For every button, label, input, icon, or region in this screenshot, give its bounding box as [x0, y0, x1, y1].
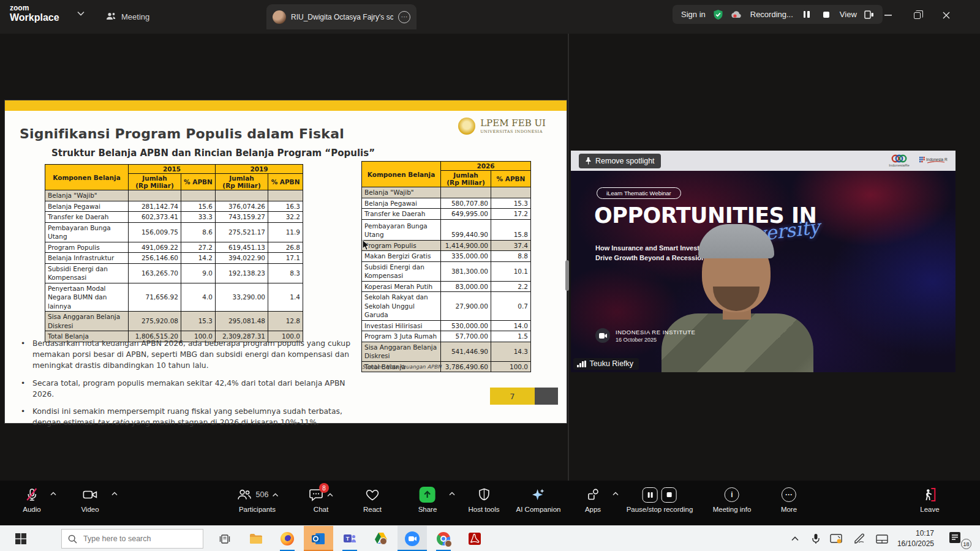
- search-icon: [68, 534, 77, 544]
- google-drive-button[interactable]: [366, 526, 396, 551]
- acrobat-button[interactable]: [460, 526, 489, 551]
- row-value: 33,290.00: [216, 283, 268, 312]
- host-tools-button[interactable]: Host tools: [468, 487, 499, 513]
- react-button[interactable]: React: [363, 487, 382, 513]
- maximize-button[interactable]: [907, 6, 927, 24]
- file-explorer-button[interactable]: [241, 526, 271, 551]
- row-value: 14.2: [181, 253, 216, 264]
- audio-button[interactable]: Audio: [23, 487, 40, 513]
- share-button[interactable]: Share: [418, 487, 437, 513]
- table-row: Transfer ke Daerah649,995.0017.2: [362, 209, 531, 220]
- row-value: 163,265.70: [129, 263, 181, 283]
- minimize-button[interactable]: [878, 6, 899, 24]
- webinar-date: 16 October 2025: [616, 337, 695, 343]
- indonesia-re-logo-text: IndonesiaRe: [889, 163, 910, 168]
- bullet-item: •Kondisi ini semakin mempersempit ruang …: [21, 406, 356, 428]
- participants-button[interactable]: 506 Participants: [236, 487, 279, 513]
- tray-touchpad-icon[interactable]: [873, 526, 891, 551]
- task-view-button[interactable]: [210, 526, 239, 551]
- outlook-button[interactable]: [304, 526, 333, 551]
- row-value: [129, 190, 181, 201]
- webinar-logos: IndonesiaRe Indonesia Re: [889, 154, 948, 168]
- meeting-info-button[interactable]: i Meeting info: [713, 487, 752, 513]
- row-value: 192,138.23: [216, 263, 268, 283]
- row-label: Belanja "Wajib": [45, 190, 129, 201]
- chat-chevron-icon[interactable]: [327, 493, 333, 497]
- remove-spotlight-button[interactable]: Remove spotlight: [579, 154, 661, 168]
- tray-display-icon[interactable]: [828, 526, 844, 551]
- lpem-logo: LPEM FEB UI UNIVERSITAS INDONESIA: [458, 118, 546, 135]
- table-row: Sisa Anggaran Belanja Diskresi275,920.08…: [45, 312, 303, 331]
- row-value: 27.2: [181, 242, 216, 253]
- react-label: React: [363, 506, 382, 513]
- workspace-chevron-icon[interactable]: [77, 11, 85, 16]
- view-layout-icon[interactable]: [864, 10, 874, 19]
- share-screen-icon: [420, 487, 435, 503]
- amount-header: Jumlah(Rp Miliar): [441, 171, 491, 187]
- row-value: 491,069.22: [129, 242, 181, 253]
- speaker-cap: [698, 224, 774, 258]
- stop-recording-button[interactable]: [662, 487, 677, 503]
- amount-header: Jumlah(Rp Miliar): [216, 174, 268, 190]
- share-options-chevron-icon[interactable]: [449, 492, 455, 496]
- clock-date: 16/10/2025: [897, 539, 934, 549]
- close-button[interactable]: [936, 6, 957, 24]
- firefox-button[interactable]: [273, 526, 302, 551]
- pause-recording-icon[interactable]: [801, 9, 813, 21]
- chat-button[interactable]: 8 Chat: [309, 487, 333, 513]
- zoom-app-button[interactable]: [398, 526, 427, 551]
- brand-workplace: Workplace: [10, 13, 59, 23]
- search-input[interactable]: [82, 534, 186, 544]
- leave-button[interactable]: Leave: [920, 487, 939, 513]
- table-row: Investasi Hilirisasi530,000.0014.0: [362, 320, 531, 331]
- scrollbar-handle[interactable]: [565, 260, 569, 291]
- tray-mic-icon[interactable]: [809, 526, 823, 551]
- video-options-chevron-icon[interactable]: [111, 492, 118, 496]
- row-value: 3,786,490.60: [441, 361, 491, 372]
- shield-check-icon: [713, 9, 723, 20]
- bullet-item: •Berdasarkan nota keuangan APBN 2026, ad…: [21, 338, 356, 372]
- tray-pen-icon[interactable]: [851, 526, 867, 551]
- start-button[interactable]: [6, 526, 36, 551]
- video-button[interactable]: Video: [81, 487, 99, 513]
- notification-center-button[interactable]: 18: [948, 531, 969, 547]
- row-value: 33.3: [181, 212, 216, 223]
- tab-meeting[interactable]: Meeting: [105, 7, 149, 26]
- row-label: Makan Bergizi Gratis: [362, 251, 441, 262]
- apps-button[interactable]: Apps: [585, 487, 601, 513]
- year-header: 2026: [441, 162, 531, 171]
- sign-in-button[interactable]: Sign in: [681, 10, 706, 19]
- tray-chevron-icon[interactable]: [788, 526, 802, 551]
- audio-options-chevron-icon[interactable]: [50, 492, 56, 496]
- row-label: Pembayaran Bunga Utang: [362, 219, 441, 240]
- teams-button[interactable]: T: [335, 526, 364, 551]
- heart-icon: [365, 487, 380, 502]
- pause-recording-button[interactable]: [643, 487, 658, 503]
- table-row: Penyertaan Modal Negara BUMN dan lainnya…: [45, 283, 303, 312]
- pct-header: % APBN: [491, 171, 531, 187]
- presenter-avatar: [273, 10, 286, 24]
- apps-chevron-icon[interactable]: [612, 492, 619, 496]
- row-value: 57,700.00: [441, 331, 491, 342]
- apps-label: Apps: [585, 506, 601, 513]
- mouse-cursor: [362, 239, 370, 251]
- taskbar-clock[interactable]: 10:17 16/10/2025: [897, 528, 934, 549]
- audio-level-icon: [577, 361, 586, 367]
- chat-unread-badge: 8: [319, 483, 329, 493]
- participants-chevron-icon[interactable]: [272, 493, 278, 497]
- row-value: 8.3: [268, 263, 303, 283]
- ai-companion-button[interactable]: AI Companion: [516, 487, 561, 513]
- stop-recording-icon[interactable]: [820, 9, 832, 21]
- amount-header: Jumlah(Rp Miliar): [129, 174, 181, 190]
- table-source: Sumber: Nota Keuangan APBN: [362, 364, 442, 370]
- tab-shared-screen[interactable]: RIU_Dwigita Octasya Fajry's scree ···: [266, 4, 417, 29]
- row-label: Transfer ke Daerah: [45, 212, 129, 223]
- title-bar: zoom Workplace Meeting RIU_Dwigita Octas…: [0, 0, 980, 34]
- tab-options-icon[interactable]: ···: [398, 11, 410, 23]
- taskbar-search[interactable]: [61, 529, 203, 549]
- row-value: 530,000.00: [441, 320, 491, 331]
- view-button[interactable]: View: [840, 10, 857, 19]
- more-button[interactable]: ··· More: [781, 487, 797, 513]
- row-value: 15.6: [181, 201, 216, 212]
- chrome-button[interactable]: [429, 526, 458, 551]
